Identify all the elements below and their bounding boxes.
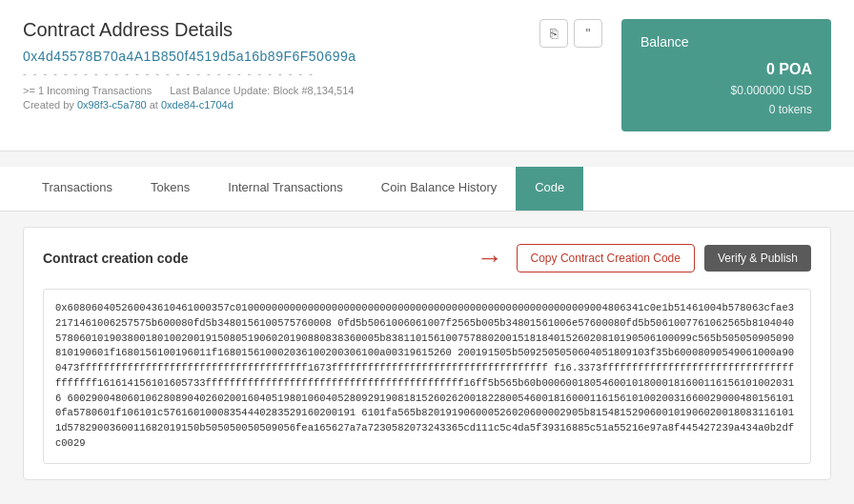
last-balance-update: Last Balance Update: Block #8,134,514 — [170, 85, 354, 96]
creator-link[interactable]: 0x98f3-c5a780 — [77, 99, 147, 111]
code-actions: → Copy Contract Creation Code Verify & P… — [477, 243, 811, 273]
tab-internal-transactions[interactable]: Internal Transactions — [209, 167, 362, 211]
at-label: at — [150, 99, 161, 111]
balance-tokens: 0 tokens — [640, 103, 812, 116]
incoming-tx: >= 1 Incoming Transactions — [23, 85, 152, 96]
copy-address-button[interactable]: ⎘ — [539, 19, 568, 48]
qr-code-button[interactable]: " — [574, 19, 602, 48]
copy-contract-code-button[interactable]: Copy Contract Creation Code — [517, 244, 695, 272]
code-header: Contract creation code → Copy Contract C… — [43, 243, 811, 273]
contract-meta: >= 1 Incoming Transactions Last Balance … — [23, 85, 520, 96]
arrow-icon: → — [477, 243, 503, 273]
contract-code-block: 0x608060405260043610461000357c0100000000… — [43, 289, 811, 464]
verify-publish-button[interactable]: Verify & Publish — [704, 245, 811, 272]
created-by: Created by 0x98f3-c5a780 at 0xde84-c1704… — [23, 99, 520, 111]
tab-code[interactable]: Code — [516, 167, 583, 211]
address-dashes: - - - - - - - - - - - - - - - - - - - - … — [23, 68, 520, 79]
created-by-label: Created by — [23, 99, 74, 111]
contract-address: 0x4d45578B70a4A1B850f4519d5a16b89F6F5069… — [23, 49, 520, 64]
page-title: Contract Address Details — [23, 19, 520, 41]
copy-icon: ⎘ — [550, 26, 558, 41]
balance-usd: $0.000000 USD — [640, 84, 812, 97]
tab-transactions[interactable]: Transactions — [23, 167, 132, 211]
main-content: Contract creation code → Copy Contract C… — [23, 227, 831, 480]
balance-title: Balance — [640, 34, 812, 50]
code-section-title: Contract creation code — [43, 251, 188, 266]
created-at-link[interactable]: 0xde84-c1704d — [161, 99, 234, 111]
balance-poa: 0 POA — [640, 61, 812, 78]
tab-tokens[interactable]: Tokens — [132, 167, 209, 211]
tabs-nav: Transactions Tokens Internal Transaction… — [0, 167, 854, 212]
tab-coin-balance-history[interactable]: Coin Balance History — [362, 167, 516, 211]
qr-icon: " — [586, 26, 591, 41]
balance-panel: Balance 0 POA $0.000000 USD 0 tokens — [621, 19, 831, 131]
